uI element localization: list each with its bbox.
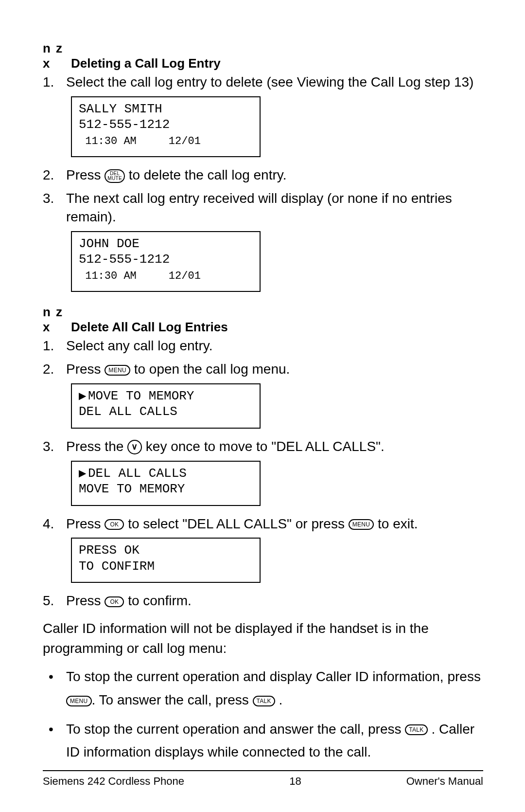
footer: Siemens 242 Cordless Phone 18 Owner's Ma… (43, 775, 483, 788)
step-text: Press (66, 516, 105, 531)
ok-button[interactable]: OK (105, 596, 124, 607)
steps-delete-entry-cont: Press DELMUTE to delete the call log ent… (43, 166, 483, 226)
heading-text: Deleting a Call Log Entry (71, 56, 221, 71)
lcd-line: SALLY SMITH (79, 102, 162, 116)
steps-delete-all: Select any call log entry. Press MENU to… (43, 337, 483, 379)
menu-button[interactable]: MENU (105, 365, 130, 376)
step-1: Select the call log entry to delete (see… (43, 73, 483, 91)
step-text: Select the call log entry to delete (see… (66, 74, 473, 90)
footer-page-number: 18 (289, 775, 301, 788)
footer-left: Siemens 242 Cordless Phone (43, 775, 184, 788)
step-text: Press the (66, 439, 127, 454)
lcd-confirm: PRESS OK TO CONFIRM (71, 538, 261, 583)
btn-bot: MUTE (107, 176, 122, 181)
section-heading-delete-all: n z xDelete All Call Log Entries (43, 305, 483, 335)
pointer-icon: ▶ (79, 467, 86, 479)
del-mute-button[interactable]: DELMUTE (105, 169, 125, 183)
lcd-line: 11:30 AM 12/01 (79, 135, 201, 147)
pointer-icon: ▶ (79, 390, 86, 402)
bullet-text: To stop the current operation and answer… (66, 722, 405, 737)
bullet-1: To stop the current operation and displa… (43, 665, 483, 711)
step-text: to delete the call log entry. (125, 167, 287, 182)
talk-button[interactable]: TALK (405, 724, 427, 735)
step-2: Press DELMUTE to delete the call log ent… (43, 166, 483, 184)
lcd-menu-1: ▶MOVE TO MEMORY DEL ALL CALLS (71, 383, 261, 429)
down-arrow-button[interactable]: ∨ (127, 440, 142, 454)
step-text: to exit. (374, 516, 418, 531)
steps-delete-entry: Select the call log entry to delete (see… (43, 73, 483, 91)
lcd-john: JOHN DOE 512-555-1212 11:30 AM 12/01 (71, 231, 261, 292)
lcd-line: DEL ALL CALLS (88, 466, 187, 481)
step-text: Press (66, 167, 105, 182)
step-text: Press (66, 593, 105, 608)
step-1: Select any call log entry. (43, 337, 483, 355)
step-5: Press OK to confirm. (43, 592, 483, 610)
step-text: Select any call log entry. (66, 338, 212, 353)
step-text: Press (66, 361, 105, 377)
bullet-text: . (275, 692, 283, 707)
ok-button[interactable]: OK (105, 519, 124, 530)
steps-delete-all-cont1: Press the ∨ key once to move to "DEL ALL… (43, 437, 483, 456)
page: n z xDeleting a Call Log Entry Select th… (0, 0, 525, 812)
bullet-text: To stop the current operation and displa… (66, 669, 481, 684)
step-4: Press OK to select "DEL ALL CALLS" or pr… (43, 515, 483, 533)
bullet-text: . To answer the call, press (92, 692, 253, 707)
lcd-line: MOVE TO MEMORY (79, 482, 185, 496)
heading-text: Delete All Call Log Entries (71, 320, 228, 334)
lcd-line: 11:30 AM 12/01 (79, 270, 201, 282)
lcd-menu-2: ▶DEL ALL CALLS MOVE TO MEMORY (71, 461, 261, 506)
bullet-list: To stop the current operation and displa… (43, 665, 483, 763)
lcd-line: MOVE TO MEMORY (88, 389, 194, 403)
talk-button[interactable]: TALK (253, 696, 275, 706)
lcd-line: TO CONFIRM (79, 559, 155, 574)
lcd-line: JOHN DOE (79, 236, 140, 251)
section-heading-delete-entry: n z xDeleting a Call Log Entry (43, 41, 483, 71)
footer-right: Owner's Manual (406, 775, 483, 788)
menu-button[interactable]: MENU (349, 519, 374, 530)
step-text: key once to move to "DEL ALL CALLS". (142, 439, 385, 454)
heading-bullet: n z x (43, 305, 71, 335)
steps-delete-all-cont2: Press OK to select "DEL ALL CALLS" or pr… (43, 515, 483, 533)
footer-rule (43, 770, 483, 771)
lcd-sally: SALLY SMITH 512-555-1212 11:30 AM 12/01 (71, 96, 261, 158)
step-text: to confirm. (124, 593, 191, 608)
step-3: The next call log entry received will di… (43, 189, 483, 226)
lcd-line: 512-555-1212 (79, 252, 170, 267)
step-text: to open the call log menu. (130, 361, 290, 377)
step-text: The next call log entry received will di… (66, 191, 452, 224)
menu-button[interactable]: MENU (66, 696, 92, 706)
lcd-line: PRESS OK (79, 543, 140, 558)
paragraph-caller-id: Caller ID information will not be displa… (43, 619, 483, 658)
bullet-2: To stop the current operation and answer… (43, 718, 483, 764)
lcd-line: 512-555-1212 (79, 117, 170, 132)
steps-delete-all-cont3: Press OK to confirm. (43, 592, 483, 610)
step-2: Press MENU to open the call log menu. (43, 360, 483, 379)
lcd-line: DEL ALL CALLS (79, 404, 177, 419)
heading-bullet: n z x (43, 41, 71, 71)
step-3: Press the ∨ key once to move to "DEL ALL… (43, 437, 483, 456)
step-text: to select "DEL ALL CALLS" or press (124, 516, 348, 531)
